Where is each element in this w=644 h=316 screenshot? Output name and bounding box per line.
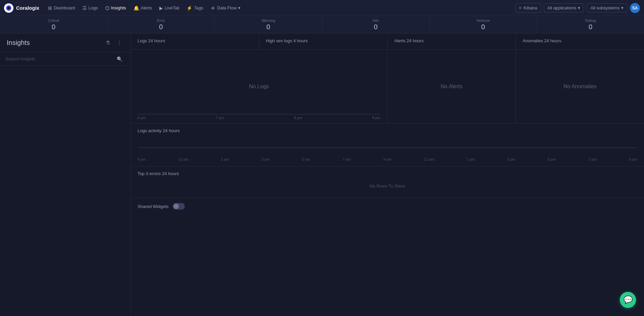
sidebar-header: Insights ⚗ ⋮ xyxy=(0,34,130,52)
insights-nav-label: Insights xyxy=(111,5,126,10)
chevron-down-icon-2: ▾ xyxy=(621,5,624,10)
card-title-anomalies24: Anomalies 24 hours xyxy=(523,38,637,43)
severity-item-critical: Critical 0 xyxy=(0,16,107,33)
severity-value-verbose: 0 xyxy=(481,23,485,31)
logs-section: No Logs 6 pm7 pm8 pm9 pm xyxy=(131,50,387,123)
all-subsystems-label: All subsystems xyxy=(590,5,620,10)
chevron-down-icon: ▾ xyxy=(578,5,580,10)
severity-item-warning: Warning 0 xyxy=(215,16,322,33)
activity-x-label: 7 am xyxy=(343,157,351,161)
search-input[interactable] xyxy=(5,56,125,61)
cards-row: Logs 24 hoursHigh sev logs 4 hoursAlerts… xyxy=(131,34,644,50)
nav-items: ⊞ Dashboard ☰ Logs ⬡ Insights 🔔 Alerts ▶… xyxy=(45,3,244,13)
tags-nav-label: Tags xyxy=(194,5,203,10)
severity-label-critical: Critical xyxy=(48,18,59,22)
card-highsev4: High sev logs 4 hours xyxy=(259,34,388,49)
activity-x-label: 11 pm xyxy=(178,157,189,161)
user-avatar[interactable]: SA xyxy=(630,3,640,13)
no-alerts-label: No Alerts xyxy=(441,84,463,90)
activity-x-label: 5 am xyxy=(302,157,310,161)
nav-item-livetail[interactable]: ▶ LiveTail xyxy=(156,3,182,13)
severity-label-info: Info xyxy=(373,18,379,22)
filter-icon: ⚗ xyxy=(105,40,110,46)
app-logo[interactable]: Coralogix xyxy=(4,3,39,13)
shared-widgets-toggle[interactable] xyxy=(173,203,185,210)
filter-button[interactable]: ⚗ xyxy=(104,39,112,47)
no-logs-label: No Logs xyxy=(249,84,269,90)
severity-value-debug: 0 xyxy=(589,23,592,31)
insights-nav-icon: ⬡ xyxy=(105,5,109,11)
all-subsystems-dropdown[interactable]: All subsystems ▾ xyxy=(587,3,627,12)
no-rows-message: No Rows To Show xyxy=(138,179,637,193)
card-anomalies24: Anomalies 24 hours xyxy=(516,34,644,49)
shared-widgets-section: Shared Widgets xyxy=(131,198,644,214)
top-errors-title: Top 3 errors 24 hours xyxy=(138,171,637,176)
logs-nav-icon: ☰ xyxy=(83,5,87,11)
card-title-highsev4: High sev logs 4 hours xyxy=(266,38,381,43)
dashboard-nav-icon: ⊞ xyxy=(48,5,52,11)
severity-label-debug: Debug xyxy=(585,18,596,22)
card-title-alerts24: Alerts 24 hours xyxy=(394,38,509,43)
nav-item-logs[interactable]: ☰ Logs xyxy=(79,3,101,13)
mini-timeline-label: 8 pm xyxy=(294,116,302,120)
nav-item-dashboard[interactable]: ⊞ Dashboard xyxy=(45,3,78,13)
nav-right: ⌗ Kibana All applications ▾ All subsyste… xyxy=(515,3,640,13)
mini-timeline-label: 6 pm xyxy=(138,116,146,120)
sidebar-actions: ⚗ ⋮ xyxy=(104,39,124,47)
all-applications-label: All applications xyxy=(547,5,577,10)
severity-label-warning: Warning xyxy=(262,18,275,22)
search-icon: 🔍 xyxy=(117,56,122,62)
dataflow-chevron: ▾ xyxy=(238,5,240,10)
nav-item-insights[interactable]: ⬡ Insights xyxy=(102,3,129,13)
nav-item-tags[interactable]: ⚡ Tags xyxy=(183,3,206,13)
severity-value-warning: 0 xyxy=(266,23,270,31)
dataflow-nav-label: Data Flow xyxy=(217,5,237,10)
dataflow-nav-icon: ⛯ xyxy=(211,5,215,11)
chat-button[interactable]: 💬 xyxy=(620,292,636,308)
more-options-button[interactable]: ⋮ xyxy=(115,39,124,47)
sidebar-title: Insights xyxy=(7,39,30,47)
mini-timeline-label: 9 pm xyxy=(372,116,380,120)
severity-value-info: 0 xyxy=(374,23,378,31)
activity-x-label: 3 pm xyxy=(507,157,515,161)
ellipsis-icon: ⋮ xyxy=(117,40,122,46)
chat-icon: 💬 xyxy=(624,296,633,304)
alerts-section: No Alerts xyxy=(387,50,516,123)
activity-x-label: 9 pm xyxy=(138,157,146,161)
logo-circle xyxy=(4,3,13,13)
data-row: No Logs 6 pm7 pm8 pm9 pm No Alerts No An… xyxy=(131,50,644,123)
severity-label-error: Error xyxy=(157,18,165,22)
severity-item-verbose: Verbose 0 xyxy=(430,16,537,33)
activity-x-labels: 9 pm11 pm1 am3 am5 am7 am9 am11 am1 pm3 … xyxy=(138,157,637,161)
app-name: Coralogix xyxy=(16,5,39,11)
all-applications-dropdown[interactable]: All applications ▾ xyxy=(544,3,584,12)
activity-x-label: 9 pm xyxy=(629,157,637,161)
card-title-logs24: Logs 24 hours xyxy=(138,38,252,43)
dashboard-nav-label: Dashboard xyxy=(54,5,75,10)
activity-chart xyxy=(138,136,637,156)
card-alerts24: Alerts 24 hours xyxy=(388,34,516,49)
shared-widgets-label: Shared Widgets xyxy=(138,204,169,209)
anomalies-section: No Anomalies xyxy=(516,50,644,123)
activity-x-label: 11 am xyxy=(424,157,434,161)
activity-x-label: 3 am xyxy=(261,157,269,161)
toggle-knob xyxy=(173,204,179,209)
kibana-button[interactable]: ⌗ Kibana xyxy=(515,3,541,13)
sidebar: Insights ⚗ ⋮ 🔍 xyxy=(0,34,131,316)
activity-x-label: 7 pm xyxy=(588,157,596,161)
nav-item-dataflow[interactable]: ⛯ Data Flow ▾ xyxy=(207,3,244,13)
no-anomalies-label: No Anomalies xyxy=(564,84,597,90)
severity-label-verbose: Verbose xyxy=(476,18,490,22)
card-logs24: Logs 24 hours xyxy=(131,34,259,49)
severity-item-error: Error 0 xyxy=(107,16,215,33)
severity-bar: Critical 0Error 0Warning 0Info 0Verbose … xyxy=(0,16,644,34)
livetail-nav-label: LiveTail xyxy=(165,5,179,10)
activity-x-label: 1 pm xyxy=(467,157,475,161)
activity-x-label: 1 am xyxy=(221,157,229,161)
sidebar-search: 🔍 xyxy=(0,52,130,66)
logs-activity-title: Logs activity 24 hours xyxy=(138,128,637,133)
nav-item-alerts[interactable]: 🔔 Alerts xyxy=(130,3,155,13)
alerts-nav-label: Alerts xyxy=(141,5,152,10)
severity-value-critical: 0 xyxy=(52,23,55,31)
top-errors-section: Top 3 errors 24 hours No Rows To Show xyxy=(131,166,644,198)
